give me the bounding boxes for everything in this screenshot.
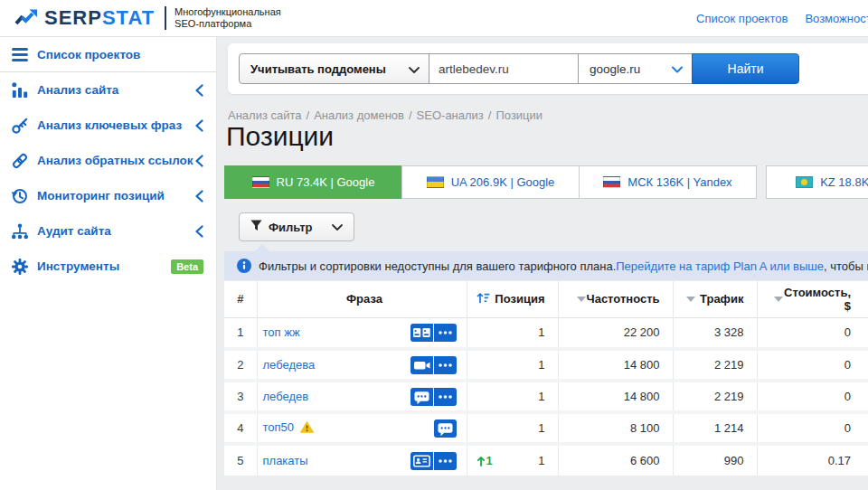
beta-badge: Beta bbox=[171, 259, 203, 274]
backlinks-icon bbox=[11, 152, 29, 170]
arrow-up-icon bbox=[476, 456, 486, 466]
logo-tagline: Многофункциональная SEO-платформа bbox=[175, 6, 281, 30]
table-row: 2 лебедева 1 14 800 2 219 0 bbox=[224, 349, 868, 381]
knowledge-card-icon[interactable] bbox=[410, 452, 433, 470]
col-header-traffic[interactable]: Трафик bbox=[673, 281, 757, 317]
domain-search-card: Учитывать поддомены google.ru Найти bbox=[228, 43, 868, 94]
breadcrumb-separator: / bbox=[409, 108, 412, 122]
serp-feature-badges bbox=[410, 452, 457, 470]
comments-icon[interactable] bbox=[410, 388, 433, 406]
upgrade-plan-link[interactable]: Перейдите на тариф Plan A или выше bbox=[616, 259, 824, 273]
breadcrumb-item[interactable]: Анализ сайта bbox=[228, 108, 302, 122]
more-features-icon[interactable] bbox=[434, 356, 457, 374]
top-bar: SERPSTAT Многофункциональная SEO-платфор… bbox=[0, 0, 868, 37]
sort-down-icon bbox=[774, 297, 783, 302]
sidebar-item-site-analysis[interactable]: Анализ сайта bbox=[0, 72, 216, 108]
sidebar: Список проектов Анализ сайта Анализ ключ… bbox=[0, 37, 217, 490]
positions-table: # Фраза Позиция Частотность Трафик Стоим… bbox=[224, 281, 868, 476]
sidebar-item-tools[interactable]: Инструменты Beta bbox=[0, 249, 216, 284]
ru-flag-icon bbox=[603, 176, 620, 188]
comments-icon[interactable] bbox=[434, 419, 457, 438]
domain-input[interactable] bbox=[429, 53, 579, 84]
logo-divider bbox=[165, 6, 166, 30]
chevron-left-icon bbox=[194, 84, 203, 97]
sidebar-item-keyword-analysis[interactable]: Анализ ключевых фраз bbox=[0, 108, 216, 143]
serp-feature-badges bbox=[410, 356, 457, 374]
chevron-left-icon bbox=[194, 225, 203, 238]
serpstat-app: SERPSTAT Многофункциональная SEO-платфор… bbox=[0, 0, 868, 490]
logo[interactable]: SERPSTAT Многофункциональная SEO-платфор… bbox=[14, 6, 281, 30]
search-button[interactable]: Найти bbox=[692, 53, 799, 84]
tools-icon bbox=[11, 258, 29, 276]
tab-kz-google[interactable]: KZ 18.8K | Google bbox=[766, 165, 868, 199]
col-header-volume[interactable]: Частотность bbox=[558, 281, 673, 317]
notice-pointer bbox=[255, 244, 269, 251]
table-header-row: # Фраза Позиция Частотность Трафик Стоим… bbox=[224, 281, 868, 317]
info-icon bbox=[237, 259, 251, 273]
more-features-icon[interactable] bbox=[434, 324, 457, 342]
breadcrumb-item[interactable]: SEO-анализ bbox=[417, 108, 484, 122]
notice-text: , чтобы получить bbox=[824, 259, 868, 273]
warning-icon bbox=[300, 422, 314, 436]
col-header-num: # bbox=[224, 281, 257, 317]
logo-icon bbox=[14, 7, 38, 29]
rank-monitoring-icon bbox=[11, 187, 29, 205]
domain-search-form: Учитывать поддомены google.ru Найти bbox=[239, 53, 799, 84]
site-audit-icon bbox=[11, 222, 29, 240]
chevron-left-icon bbox=[194, 119, 203, 132]
phrase-link[interactable]: лебедева bbox=[263, 358, 316, 372]
table-row: 1 топ жж 1 22 200 3 328 0 bbox=[224, 317, 868, 349]
breadcrumb-item[interactable]: Анализ доменов bbox=[314, 108, 404, 122]
sidebar-project-list[interactable]: Список проектов bbox=[0, 37, 216, 72]
notice-text: Фильтры и сортировки недоступны для ваше… bbox=[259, 259, 616, 273]
search-engine-select[interactable]: google.ru bbox=[578, 53, 693, 84]
phrase-link[interactable]: топ жж bbox=[263, 325, 300, 339]
chevron-down-icon bbox=[672, 61, 683, 77]
tab-ru-google[interactable]: RU 73.4K | Google bbox=[224, 165, 402, 199]
tab-msk-yandex[interactable]: МСК 136K | Yandex bbox=[579, 165, 757, 199]
logo-text: SERPSTAT bbox=[44, 6, 155, 30]
top-link-project-list[interactable]: Список проектов bbox=[696, 12, 788, 25]
col-header-cost[interactable]: Стоимость, $ bbox=[757, 281, 868, 317]
site-analysis-icon bbox=[11, 81, 29, 99]
region-tabs: RU 73.4K | Google UA 206.9K | Google МСК… bbox=[224, 165, 868, 199]
breadcrumb-separator: / bbox=[307, 108, 310, 122]
serp-feature-badges bbox=[410, 388, 457, 406]
more-features-icon[interactable] bbox=[434, 388, 457, 406]
breadcrumb[interactable]: Анализ сайта/Анализ доменов/SEO-анализ/П… bbox=[228, 108, 542, 122]
plan-notice: Фильтры и сортировки недоступны для ваше… bbox=[224, 251, 868, 280]
serp-feature-badges bbox=[410, 324, 457, 342]
page-title: Позиции bbox=[226, 121, 334, 152]
chevron-down-icon bbox=[332, 224, 343, 231]
keyword-analysis-icon bbox=[11, 117, 29, 135]
serp-feature-badges bbox=[434, 419, 457, 438]
filter-button[interactable]: Фильтр bbox=[239, 212, 354, 241]
table-row: 5 плакаты 11 6 600 990 0.17 bbox=[224, 444, 868, 476]
more-features-icon[interactable] bbox=[434, 452, 457, 470]
sort-active-icon bbox=[476, 292, 490, 306]
chevron-left-icon bbox=[194, 155, 203, 167]
video-icon[interactable] bbox=[410, 356, 433, 374]
chevron-left-icon bbox=[194, 190, 203, 203]
tab-ua-google[interactable]: UA 206.9K | Google bbox=[401, 165, 580, 199]
funnel-icon bbox=[250, 220, 262, 234]
breadcrumb-item[interactable]: Позиции bbox=[495, 108, 542, 122]
ru-flag-icon bbox=[252, 176, 269, 188]
top-stories-icon[interactable] bbox=[410, 324, 433, 342]
phrase-link[interactable]: топ50 bbox=[263, 420, 295, 434]
table-row: 4 топ50 1 8 100 1 214 0 bbox=[224, 412, 868, 444]
sidebar-item-rank-monitoring[interactable]: Мониторинг позиций bbox=[0, 178, 216, 213]
sidebar-item-site-audit[interactable]: Аудит сайта bbox=[0, 213, 216, 249]
col-header-position[interactable]: Позиция bbox=[467, 281, 558, 317]
phrase-link[interactable]: плакаты bbox=[263, 454, 308, 467]
sidebar-item-backlinks[interactable]: Анализ обратных ссылок bbox=[0, 143, 216, 178]
col-header-phrase: Фраза bbox=[257, 281, 467, 317]
sort-down-icon bbox=[577, 297, 586, 302]
top-link-features[interactable]: Возможности bbox=[805, 12, 868, 25]
breadcrumb-separator: / bbox=[488, 108, 492, 122]
kz-flag-icon bbox=[796, 176, 813, 188]
subdomains-dropdown[interactable]: Учитывать поддомены bbox=[239, 53, 429, 84]
phrase-link[interactable]: лебедев bbox=[263, 390, 309, 403]
ua-flag-icon bbox=[427, 176, 444, 188]
hamburger-icon bbox=[11, 45, 29, 63]
